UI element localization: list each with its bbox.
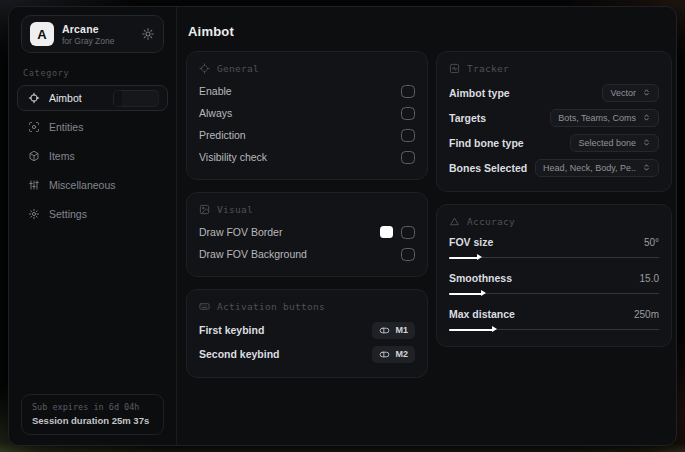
sidebar-item-settings[interactable]: Settings bbox=[17, 201, 168, 227]
app-window: A Arcane for Gray Zone Category Aimbot bbox=[8, 6, 677, 446]
setting-group: Smoothness 15.0 bbox=[449, 270, 659, 299]
fov-size-slider[interactable] bbox=[449, 253, 659, 263]
smoothness-value: 15.0 bbox=[640, 273, 659, 284]
visual-card: Visual Draw FOV Border Draw FOV Backgrou… bbox=[186, 192, 428, 277]
max-distance-value: 250m bbox=[634, 309, 659, 320]
first-keybind-button[interactable]: M1 bbox=[372, 322, 415, 339]
slider-fill bbox=[449, 257, 478, 259]
sidebar-nav: Aimbot Entities Items bbox=[9, 85, 176, 227]
select-value: Selected bone bbox=[578, 138, 636, 148]
setting-row: Enable bbox=[199, 80, 415, 102]
select-value: Bots, Teams, Coms bbox=[558, 113, 636, 123]
sidebar-item-label: Entities bbox=[49, 121, 83, 133]
section-title: Visual bbox=[217, 204, 253, 215]
setting-row: Visibility check bbox=[199, 146, 415, 168]
bones-selected-select[interactable]: Head, Neck, Body, Pe.. bbox=[535, 159, 659, 177]
main-content: Aimbot General Enable bbox=[177, 7, 677, 445]
sidebar: A Arcane for Gray Zone Category Aimbot bbox=[9, 7, 177, 445]
sub-expires-text: Sub expires in 6d 04h bbox=[32, 402, 153, 412]
setting-label: FOV size bbox=[449, 236, 493, 248]
setting-label: Smoothness bbox=[449, 272, 512, 284]
section-title: General bbox=[217, 63, 259, 74]
setting-label: Second keybind bbox=[199, 348, 280, 360]
smoothness-slider[interactable] bbox=[449, 289, 659, 299]
watermark bbox=[113, 90, 159, 107]
targets-select[interactable]: Bots, Teams, Coms bbox=[550, 109, 659, 127]
category-label: Category bbox=[23, 68, 162, 78]
max-distance-slider[interactable] bbox=[449, 325, 659, 335]
fov-border-color-swatch[interactable] bbox=[380, 226, 393, 238]
sidebar-item-label: Miscellaneous bbox=[49, 179, 116, 191]
unfold-icon bbox=[642, 88, 651, 97]
general-card: General Enable Always Prediction bbox=[186, 51, 428, 180]
accuracy-card: Accuracy FOV size 50° bbox=[436, 204, 672, 347]
setting-row: Find bone type Selected bone bbox=[449, 130, 659, 155]
sidebar-item-miscellaneous[interactable]: Miscellaneous bbox=[17, 172, 168, 198]
activation-buttons-card: Activation buttons First keybind M1 bbox=[186, 289, 428, 378]
section-title: Tracker bbox=[467, 63, 509, 74]
sidebar-item-label: Settings bbox=[49, 208, 87, 220]
setting-label: Find bone type bbox=[449, 137, 524, 149]
sidebar-item-label: Items bbox=[49, 150, 75, 162]
image-icon bbox=[199, 204, 210, 215]
prediction-checkbox[interactable] bbox=[401, 129, 415, 142]
setting-label: Bones Selected bbox=[449, 162, 527, 174]
find-bone-type-select[interactable]: Selected bone bbox=[570, 134, 659, 152]
tracker-card: Tracker Aimbot type Vector Targets bbox=[436, 51, 672, 192]
triangle-icon bbox=[449, 216, 460, 227]
setting-row: Prediction bbox=[199, 124, 415, 146]
app-subtitle: for Gray Zone bbox=[62, 36, 114, 46]
unfold-icon bbox=[642, 113, 651, 122]
visibility-check-checkbox[interactable] bbox=[401, 151, 415, 164]
slider-fill bbox=[449, 329, 493, 331]
setting-row: Draw FOV Background bbox=[199, 243, 415, 265]
app-name: Arcane bbox=[62, 23, 114, 35]
fov-size-value: 50° bbox=[644, 237, 659, 248]
sidebar-item-aimbot[interactable]: Aimbot bbox=[17, 85, 168, 111]
unfold-icon bbox=[642, 138, 651, 147]
gear-icon[interactable] bbox=[141, 27, 155, 41]
always-checkbox[interactable] bbox=[401, 107, 415, 120]
keyboard-icon bbox=[199, 301, 210, 312]
mouse-icon bbox=[379, 349, 390, 360]
setting-label: Enable bbox=[199, 85, 232, 97]
sliders-icon bbox=[28, 179, 40, 191]
keybind-value: M2 bbox=[395, 349, 408, 359]
draw-fov-border-checkbox[interactable] bbox=[401, 226, 415, 239]
page-title: Aimbot bbox=[188, 24, 672, 39]
setting-label: Visibility check bbox=[199, 151, 267, 163]
setting-label: Max distance bbox=[449, 308, 515, 320]
setting-group: FOV size 50° bbox=[449, 234, 659, 263]
sidebar-item-label: Aimbot bbox=[49, 92, 82, 104]
select-value: Vector bbox=[610, 88, 636, 98]
setting-label: Prediction bbox=[199, 129, 246, 141]
setting-group: Max distance 250m bbox=[449, 306, 659, 335]
setting-label: Targets bbox=[449, 112, 486, 124]
sidebar-item-entities[interactable]: Entities bbox=[17, 114, 168, 140]
package-icon bbox=[28, 150, 40, 162]
setting-row: Aimbot type Vector bbox=[449, 80, 659, 105]
mouse-icon bbox=[379, 325, 390, 336]
draw-fov-background-checkbox[interactable] bbox=[401, 248, 415, 261]
setting-row: First keybind M1 bbox=[199, 318, 415, 342]
keybind-value: M1 bbox=[395, 325, 408, 335]
session-duration-text: Session duration 25m 37s bbox=[32, 415, 153, 426]
subscription-info: Sub expires in 6d 04h Session duration 2… bbox=[21, 394, 164, 435]
sidebar-item-items[interactable]: Items bbox=[17, 143, 168, 169]
setting-row: Bones Selected Head, Neck, Body, Pe.. bbox=[449, 155, 659, 180]
crosshair-icon bbox=[199, 63, 210, 74]
setting-label: Draw FOV Background bbox=[199, 248, 307, 260]
enable-checkbox[interactable] bbox=[401, 85, 415, 98]
setting-label: Draw FOV Border bbox=[199, 226, 282, 238]
section-title: Activation buttons bbox=[217, 301, 325, 312]
setting-label: Aimbot type bbox=[449, 87, 510, 99]
app-header: A Arcane for Gray Zone bbox=[21, 15, 164, 53]
entities-scan-icon bbox=[28, 121, 40, 133]
second-keybind-button[interactable]: M2 bbox=[372, 346, 415, 363]
setting-row: Always bbox=[199, 102, 415, 124]
tracker-activity-icon bbox=[449, 63, 460, 74]
setting-label: Always bbox=[199, 107, 232, 119]
aimbot-type-select[interactable]: Vector bbox=[602, 84, 659, 102]
setting-row: Targets Bots, Teams, Coms bbox=[449, 105, 659, 130]
app-logo: A bbox=[30, 22, 54, 46]
